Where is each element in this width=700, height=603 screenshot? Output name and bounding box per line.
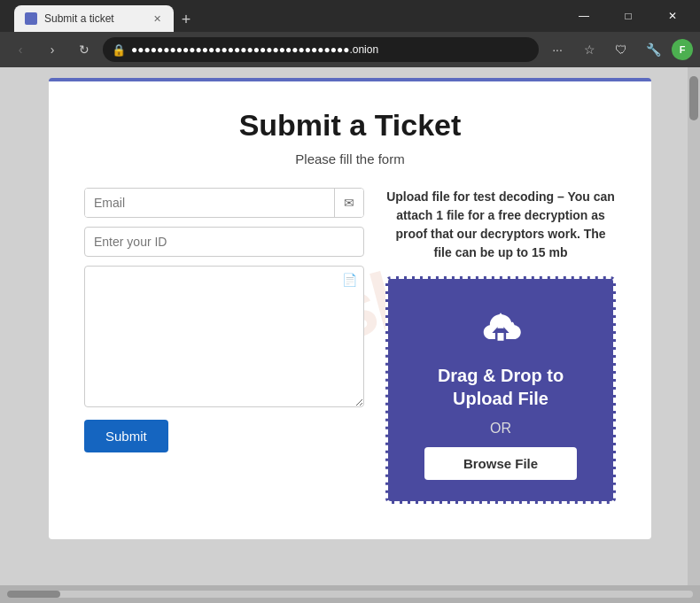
- email-icon: ✉: [334, 189, 363, 217]
- bottom-scrollbar[interactable]: [7, 591, 693, 598]
- scrollbar-thumb[interactable]: [689, 76, 698, 120]
- page-wrapper: risk Submit a Ticket Please fill the for…: [49, 78, 651, 539]
- or-text: OR: [490, 421, 511, 437]
- shield-button[interactable]: 🛡: [608, 36, 634, 63]
- refresh-button[interactable]: ↻: [71, 36, 97, 63]
- extensions-button[interactable]: 🔧: [640, 36, 666, 63]
- form-layout: ✉ 📄 Submit Upload file for test decoding…: [84, 188, 616, 504]
- id-input[interactable]: [84, 227, 364, 257]
- star-button[interactable]: ☆: [576, 36, 603, 63]
- upload-cloud-icon: [474, 300, 527, 353]
- page-title: Submit a Ticket: [84, 108, 616, 143]
- form-left: ✉ 📄 Submit: [84, 188, 364, 452]
- upload-description: Upload file for test decoding – You can …: [385, 188, 616, 262]
- nav-bar: ‹ › ↻ 🔒 ●●●●●●●●●●●●●●●●●●●●●●●●●●●●●●●●…: [0, 32, 700, 67]
- window-controls: — □ ✕: [564, 0, 693, 32]
- address-bar[interactable]: 🔒 ●●●●●●●●●●●●●●●●●●●●●●●●●●●●●●●●●●.oni…: [103, 37, 539, 62]
- bottom-scrollbar-thumb[interactable]: [7, 591, 60, 598]
- lock-icon: 🔒: [112, 43, 126, 57]
- page-content: risk Submit a Ticket Please fill the for…: [0, 67, 700, 585]
- back-button[interactable]: ‹: [7, 36, 34, 63]
- submit-button[interactable]: Submit: [84, 420, 168, 452]
- scrollbar[interactable]: [688, 67, 700, 585]
- more-button[interactable]: ···: [544, 36, 571, 63]
- new-tab-button[interactable]: +: [174, 7, 198, 32]
- page-subtitle: Please fill the form: [84, 151, 616, 166]
- minimize-button[interactable]: —: [564, 0, 604, 32]
- upload-zone[interactable]: Drag & Drop to Upload File OR Browse Fil…: [385, 276, 616, 504]
- tab-favicon: [25, 12, 37, 25]
- address-text: ●●●●●●●●●●●●●●●●●●●●●●●●●●●●●●●●●●.onion: [131, 43, 525, 56]
- browser-tab[interactable]: Submit a ticket ✕: [14, 5, 174, 32]
- email-row: ✉: [84, 188, 364, 218]
- email-input[interactable]: [85, 189, 334, 217]
- forward-button[interactable]: ›: [39, 36, 66, 63]
- bottom-bar: [0, 585, 700, 603]
- message-icon: 📄: [342, 273, 357, 287]
- maximize-button[interactable]: □: [608, 0, 649, 32]
- message-textarea[interactable]: [84, 266, 364, 407]
- message-area-wrapper: 📄: [84, 266, 364, 411]
- drag-drop-text: Drag & Drop to Upload File: [438, 364, 564, 410]
- close-button[interactable]: ✕: [652, 0, 693, 32]
- title-bar: Submit a ticket ✕ + — □ ✕: [0, 0, 700, 32]
- browse-file-button[interactable]: Browse File: [424, 447, 576, 480]
- tab-close-button[interactable]: ✕: [151, 12, 163, 25]
- form-right: Upload file for test decoding – You can …: [385, 188, 616, 504]
- tab-title: Submit a ticket: [44, 12, 114, 25]
- profile-icon[interactable]: F: [672, 39, 693, 60]
